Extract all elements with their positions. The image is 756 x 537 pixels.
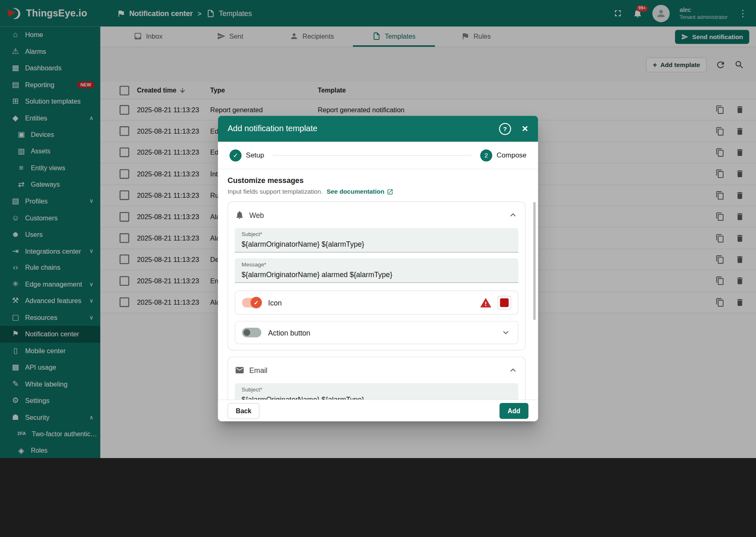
icon-toggle[interactable]: ✓ (242, 298, 261, 307)
icon-label: Icon (268, 299, 282, 307)
step-label: Compose (496, 151, 526, 159)
email-panel: Email Subject* ${alarmOriginatorName} ${… (227, 356, 525, 400)
step-compose[interactable]: 2 Compose (480, 149, 526, 161)
bell-icon (235, 210, 244, 220)
web-panel-header[interactable]: Web (235, 208, 518, 222)
field-label: Message* (241, 262, 266, 268)
app-window: ThingsEye.io Notification center > Templ… (0, 0, 756, 458)
color-swatch (500, 299, 509, 307)
web-panel-title: Web (249, 211, 264, 219)
stepper: ✓ Setup 2 Compose (218, 142, 538, 169)
toggle-thumb (243, 329, 250, 336)
web-message-field[interactable]: Message* ${alarmOriginatorName} alarmed … (235, 258, 518, 283)
icon-row: ✓ Icon (235, 291, 518, 315)
web-subject-field[interactable]: Subject* ${alarmOriginatorName} ${alarmT… (235, 228, 518, 252)
step-number: 2 (480, 149, 492, 161)
toggle-thumb-check-icon: ✓ (251, 297, 262, 308)
add-button[interactable]: Add (499, 403, 529, 419)
add-notification-template-dialog: Add notification template ? ✕ ✓ Setup 2 … (218, 116, 538, 421)
field-value: ${alarmOriginatorName} ${alarmType} (241, 240, 364, 248)
action-button-row: Action button (235, 321, 518, 344)
email-subject-field[interactable]: Subject* ${alarmOriginatorName} ${alarmT… (235, 383, 518, 400)
close-icon[interactable]: ✕ (522, 124, 529, 134)
templatization-hint: Input fields support templatization. (227, 188, 322, 195)
step-check-icon: ✓ (230, 149, 241, 161)
dialog-scrollbar[interactable] (533, 202, 536, 320)
icon-color-picker[interactable] (498, 296, 511, 310)
step-label: Setup (246, 151, 264, 159)
customize-messages-heading: Customize messages (227, 176, 525, 185)
dialog-header: Add notification template ? ✕ (218, 116, 538, 141)
email-panel-title: Email (249, 366, 267, 374)
field-label: Subject* (241, 387, 262, 392)
stepper-connector (273, 155, 471, 155)
help-icon[interactable]: ? (499, 123, 511, 134)
warning-icon-picker[interactable] (480, 296, 492, 308)
chevron-up-icon[interactable] (508, 365, 518, 375)
doc-link-label: See documentation (327, 188, 385, 195)
field-value: ${alarmOriginatorName} alarmed ${alarmTy… (241, 271, 392, 279)
chevron-down-icon[interactable] (501, 327, 511, 338)
step-setup[interactable]: ✓ Setup (230, 149, 264, 161)
email-panel-header[interactable]: Email (235, 363, 518, 377)
field-value: ${alarmOriginatorName} ${alarmType} (241, 395, 364, 400)
dialog-body: ✓ Setup 2 Compose Customize messages Inp… (218, 142, 538, 400)
open-in-new-icon (387, 188, 393, 195)
dialog-footer: Back Add (218, 400, 538, 421)
action-button-toggle[interactable] (242, 328, 261, 337)
field-label: Subject* (241, 231, 262, 237)
web-panel: Web Subject* ${alarmOriginatorName} ${al… (227, 201, 525, 350)
dialog-title: Add notification template (227, 124, 317, 133)
chevron-up-icon[interactable] (508, 210, 518, 220)
back-button[interactable]: Back (227, 403, 260, 419)
envelope-icon (235, 366, 244, 375)
action-button-label: Action button (268, 329, 311, 337)
dialog-scroll-area: Customize messages Input fields support … (218, 176, 538, 400)
see-documentation-link[interactable]: See documentation (327, 188, 394, 195)
